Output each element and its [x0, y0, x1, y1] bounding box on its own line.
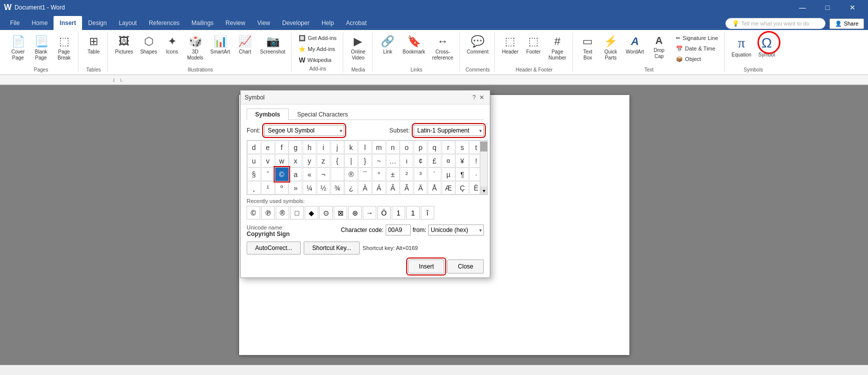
screenshot-button[interactable]: 📷 Screenshot — [257, 33, 289, 66]
tab-insert[interactable]: Insert — [54, 16, 82, 30]
wikipedia-button[interactable]: W Wikipedia — [296, 55, 334, 65]
sym-iquest[interactable]: ¿ — [344, 181, 358, 194]
sym-cedilla[interactable]: ¸ — [247, 181, 261, 194]
tab-acrobat[interactable]: Acrobat — [340, 16, 372, 30]
sym-sup3[interactable]: ³ — [414, 168, 427, 181]
tab-developer[interactable]: Developer — [276, 16, 316, 30]
sym-frac12[interactable]: ½ — [317, 181, 330, 194]
tab-design[interactable]: Design — [82, 16, 113, 30]
autocorrect-button[interactable]: AutoCorrect... — [247, 242, 301, 254]
sym-copyright[interactable]: © — [275, 168, 289, 181]
tab-help[interactable]: Help — [316, 16, 340, 30]
blank-page-button[interactable]: 📃 BlankPage — [30, 33, 52, 66]
sym-Aring[interactable]: Å — [428, 181, 441, 194]
sym-Acirc[interactable]: Â — [386, 181, 400, 194]
dialog-close-icon[interactable]: ✕ — [478, 94, 486, 102]
sym-raquo[interactable]: » — [289, 181, 302, 194]
dialog-help-icon[interactable]: ? — [472, 94, 476, 101]
page-break-button[interactable]: ⬚ PageBreak — [53, 33, 75, 66]
sym-cent[interactable]: ¢ — [414, 154, 427, 168]
3d-models-button[interactable]: 🎲 3DModels — [184, 33, 206, 66]
sym-macron[interactable]: ¯ — [358, 168, 372, 181]
online-video-button[interactable]: ▶ OnlineVideo — [347, 33, 369, 66]
sym-shy[interactable]: ­ — [331, 168, 344, 181]
font-select[interactable]: Segoe UI Symbol — [264, 125, 344, 136]
sym-n[interactable]: n — [386, 140, 400, 154]
sym-plusminus[interactable]: ± — [386, 168, 400, 181]
char-code-input[interactable] — [386, 224, 411, 236]
sym-degree[interactable]: ° — [372, 168, 386, 181]
sym-ellipsis[interactable]: … — [386, 154, 400, 168]
sym-k[interactable]: k — [344, 140, 358, 154]
sym-frac14[interactable]: ¼ — [303, 181, 316, 194]
tab-layout[interactable]: Layout — [113, 16, 143, 30]
footer-button[interactable]: ⬚ Footer — [522, 33, 544, 66]
sym-v[interactable]: v — [261, 154, 275, 168]
tell-me-input[interactable]: 💡 Tell me what you want to do — [725, 18, 825, 29]
bookmark-button[interactable]: 🔖 Bookmark — [400, 33, 428, 66]
link-button[interactable]: 🔗 Link — [377, 33, 399, 66]
sym-acute[interactable]: ´ — [428, 168, 441, 181]
sym-laquo[interactable]: « — [303, 168, 316, 181]
sym-s[interactable]: s — [455, 140, 469, 154]
date-time-button[interactable]: 📅 Date & Time — [673, 44, 721, 54]
object-button[interactable]: 📦 Object — [673, 54, 721, 64]
recent-sound-recording[interactable]: ℗ — [261, 206, 275, 220]
share-button[interactable]: 👤 Share — [829, 18, 864, 29]
sym-frac34[interactable]: ¾ — [331, 181, 344, 194]
insert-button[interactable]: Insert — [408, 260, 444, 274]
sym-section[interactable]: § — [247, 168, 261, 181]
sym-d[interactable]: d — [247, 140, 261, 154]
sym-l[interactable]: l — [358, 140, 372, 154]
header-button[interactable]: ⬚ Header — [499, 33, 521, 66]
tab-mailings[interactable]: Mailings — [186, 16, 220, 30]
recent-circledast[interactable]: ⊛ — [348, 206, 362, 220]
smartart-button[interactable]: 📊 SmartArt — [207, 33, 233, 66]
scroll-down-btn[interactable]: ▾ — [480, 186, 487, 194]
sym-reg[interactable]: ® — [344, 168, 358, 181]
recent-1[interactable]: 1 — [392, 206, 405, 220]
sym-x[interactable]: x — [289, 154, 302, 168]
sym-Aacute[interactable]: Á — [372, 181, 386, 194]
signature-line-button[interactable]: ✏ Signature Line — [673, 33, 721, 43]
cross-reference-button[interactable]: ↔ Cross-reference — [429, 33, 456, 66]
sym-j[interactable]: j — [331, 140, 344, 154]
sym-o-ord[interactable]: º — [275, 181, 289, 194]
sym-i[interactable]: i — [317, 140, 330, 154]
maximize-button[interactable]: □ — [816, 0, 839, 15]
equation-button[interactable]: π Equation — [728, 33, 754, 66]
sym-Auml[interactable]: Ä — [414, 181, 427, 194]
recent-arrow[interactable]: → — [363, 206, 376, 220]
chart-button[interactable]: 📈 Chart — [234, 33, 256, 66]
close-dialog-button[interactable]: Close — [447, 260, 484, 274]
recent-diamond[interactable]: ◆ — [305, 206, 318, 220]
sym-yen[interactable]: ¥ — [455, 154, 469, 168]
recent-boxtimes[interactable]: ⊠ — [334, 206, 347, 220]
recent-copyright[interactable]: © — [247, 206, 260, 220]
recent-1b[interactable]: 1 — [406, 206, 420, 220]
table-button[interactable]: ⊞ Table — [83, 33, 105, 66]
sym-iota[interactable]: ı — [400, 154, 413, 168]
page-number-button[interactable]: # PageNumber — [545, 33, 569, 66]
get-addins-button[interactable]: 🔲 Get Add-ins — [296, 33, 339, 43]
tab-file[interactable]: File — [4, 16, 26, 30]
scrollbar-thumb[interactable] — [480, 142, 487, 152]
sym-z[interactable]: z — [317, 154, 330, 168]
drop-cap-button[interactable]: A DropCap — [648, 33, 670, 66]
sym-w[interactable]: w — [275, 154, 289, 168]
sym-sup1[interactable]: ¹ — [261, 181, 275, 194]
recent-i-circ[interactable]: î — [421, 206, 434, 220]
sym-q[interactable]: q — [428, 140, 441, 154]
tab-special-characters[interactable]: Special Characters — [289, 108, 356, 120]
sym-pound[interactable]: £ — [428, 154, 441, 168]
sym-micro[interactable]: µ — [442, 168, 455, 181]
sym-pilcrow[interactable]: ¶ — [455, 168, 469, 181]
icons-button[interactable]: ✦ Icons — [161, 33, 183, 66]
sym-currency[interactable]: ¤ — [442, 154, 455, 168]
sym-p[interactable]: p — [414, 140, 427, 154]
sym-rbrace[interactable]: } — [358, 154, 372, 168]
sym-h[interactable]: h — [303, 140, 316, 154]
sym-not[interactable]: ¬ — [317, 168, 330, 181]
grid-scrollbar[interactable]: ▾ — [480, 140, 488, 195]
sym-u[interactable]: u — [247, 154, 261, 168]
